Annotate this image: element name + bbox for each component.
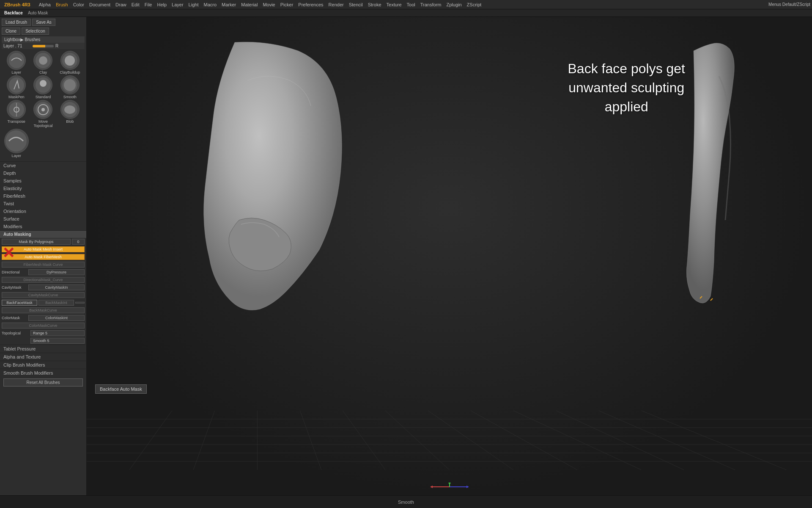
- svg-point-5: [9, 77, 24, 93]
- brush-maskpen-icon: [7, 75, 26, 94]
- backface-sub-btn[interactable]: BackMaskInt: [38, 300, 74, 306]
- brush-layer[interactable]: Layer: [3, 51, 29, 75]
- status-bar-center: Smooth: [3, 500, 809, 505]
- menu-alpha[interactable]: Alpha: [36, 1, 53, 8]
- menu-render[interactable]: Render: [326, 1, 346, 8]
- brush-panel: Load Brush Save As Clone SelectIcon Ligh…: [0, 17, 86, 161]
- main-viewport[interactable]: Back face polys get unwanted sculpting a…: [87, 17, 812, 495]
- prop-twist[interactable]: Twist: [0, 200, 86, 207]
- prop-samples[interactable]: Samples: [0, 177, 86, 185]
- backface-automask-overlay-btn[interactable]: Backface Auto Mask: [95, 384, 147, 394]
- menu-brush[interactable]: Brush: [53, 1, 71, 8]
- brush-smooth[interactable]: Smooth: [57, 75, 83, 99]
- clip-modifiers-section[interactable]: Clip Brush Modifiers: [0, 361, 86, 369]
- tablet-pressure-section[interactable]: Tablet Pressure: [0, 345, 86, 353]
- smooth-row: Smooth 5: [0, 337, 86, 345]
- svg-line-38: [710, 298, 713, 301]
- menu-light[interactable]: Light: [186, 1, 201, 8]
- topological-label: Topological: [2, 331, 29, 335]
- backface-mask-btn[interactable]: BackFaceMask: [2, 300, 37, 306]
- svg-line-28: [300, 411, 321, 470]
- menu-preferences[interactable]: Preferences: [296, 1, 326, 8]
- brush-layer-large[interactable]: Layer: [3, 129, 29, 158]
- brush-maskpen-label: MaskPen: [8, 95, 25, 99]
- menu-picker[interactable]: Picker: [278, 1, 296, 8]
- menu-color[interactable]: Color: [71, 1, 87, 8]
- tab-auto-mask[interactable]: Auto Mask: [25, 10, 50, 16]
- menu-zscript[interactable]: ZScript: [464, 1, 484, 8]
- menu-file[interactable]: File: [142, 1, 155, 8]
- brush-clay[interactable]: Clay: [30, 51, 56, 75]
- cavity-curve-btn[interactable]: CavityMaskCurve: [2, 292, 85, 298]
- colormask-sub-btn[interactable]: ColorMaskInt: [28, 315, 85, 321]
- clone-button[interactable]: Clone: [2, 28, 20, 35]
- svg-line-34: [556, 411, 684, 470]
- svg-line-31: [428, 411, 513, 470]
- prop-surface[interactable]: Surface: [0, 215, 86, 223]
- svg-line-32: [471, 411, 577, 470]
- smooth-topo-value: Smooth 5: [30, 338, 85, 344]
- backmask-curve-btn[interactable]: BackMaskCurve: [2, 307, 85, 313]
- menu-movie[interactable]: Movie: [260, 1, 277, 8]
- menu-texture[interactable]: Texture: [384, 1, 404, 8]
- brush-layer-large-label: Layer: [11, 154, 21, 158]
- menu-edit[interactable]: Edit: [129, 1, 142, 8]
- brush-maskpen[interactable]: MaskPen: [3, 75, 29, 99]
- mask-polygroups-btn[interactable]: Mask By Polygroups: [2, 239, 71, 245]
- brush-claybuildup-label: ClayBuildup: [60, 70, 80, 75]
- menu-material[interactable]: Material: [239, 1, 260, 8]
- menu-marker[interactable]: Marker: [219, 1, 239, 8]
- lightbox-header[interactable]: Lightbox▶ Brushes: [2, 36, 85, 43]
- prop-modifiers[interactable]: Modifiers: [0, 223, 86, 230]
- select-icon-button[interactable]: SelectIcon: [22, 28, 49, 35]
- mask-polygroups-value: 0: [72, 239, 85, 245]
- svg-point-0: [9, 53, 24, 68]
- brush-claybuildup[interactable]: ClayBuildup: [57, 51, 83, 75]
- tab-backface[interactable]: Backface: [2, 10, 25, 16]
- prop-fibermesh[interactable]: FiberMesh: [0, 192, 86, 200]
- cavity-label: CavityMask: [2, 285, 27, 290]
- brush-blob[interactable]: Blob: [57, 100, 83, 128]
- load-brush-button[interactable]: Load Brush: [2, 19, 31, 26]
- layer-r-btn[interactable]: R: [55, 44, 83, 48]
- brush-standard-icon: [33, 75, 52, 94]
- prop-elasticity[interactable]: Elasticity: [0, 185, 86, 192]
- brush-transpose-icon: [7, 100, 26, 119]
- menu-help[interactable]: Help: [154, 1, 169, 8]
- menu-draw[interactable]: Draw: [113, 1, 129, 8]
- prop-orientation[interactable]: Orientation: [0, 207, 86, 215]
- brush-transpose[interactable]: Transpose: [3, 100, 29, 128]
- smooth-modifiers-section[interactable]: Smooth Brush Modifiers: [0, 369, 86, 377]
- brush-move-topo-label: MoveTopological: [33, 119, 52, 128]
- colormask-curve-btn[interactable]: ColorMaskCurve: [2, 323, 85, 329]
- menu-zplugin[interactable]: Zplugin: [444, 1, 464, 8]
- menu-tool[interactable]: Tool: [404, 1, 418, 8]
- prop-curve[interactable]: Curve: [0, 162, 86, 169]
- svg-line-33: [513, 411, 642, 470]
- menu-stroke[interactable]: Stroke: [365, 1, 384, 8]
- svg-point-9: [64, 79, 76, 91]
- brush-standard[interactable]: Standard: [30, 75, 56, 99]
- alpha-texture-section[interactable]: Alpha and Texture: [0, 353, 86, 361]
- svg-line-29: [343, 411, 385, 470]
- brush-move-topological[interactable]: MoveTopological: [30, 100, 56, 128]
- menu-transform[interactable]: Transform: [418, 1, 444, 8]
- range-label: Range 5: [30, 330, 85, 336]
- prop-depth[interactable]: Depth: [0, 169, 86, 177]
- menu-layer[interactable]: Layer: [169, 1, 186, 8]
- backface-val: [75, 302, 85, 304]
- save-as-button[interactable]: Save As: [32, 19, 55, 26]
- reset-all-brushes-btn[interactable]: Reset All Brushes: [3, 378, 83, 387]
- brush-blob-icon: [60, 100, 80, 119]
- cavitymask-sub-btn[interactable]: CavityMaskIn: [28, 284, 85, 290]
- dir-curve-btn[interactable]: DirectionalMask_Curve: [2, 277, 85, 283]
- svg-point-2: [39, 56, 47, 65]
- layer-slider[interactable]: [33, 45, 54, 47]
- menu-stencil[interactable]: Stencil: [346, 1, 365, 8]
- svg-line-25: [129, 411, 172, 470]
- menu-macro[interactable]: Macro: [201, 1, 219, 8]
- menu-document[interactable]: Document: [87, 1, 113, 8]
- dypressure-btn[interactable]: DyPressure: [28, 269, 85, 275]
- brush-clay-icon: [33, 51, 52, 70]
- svg-point-17: [64, 105, 75, 114]
